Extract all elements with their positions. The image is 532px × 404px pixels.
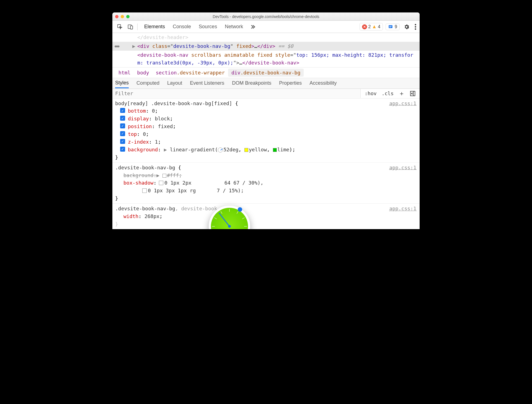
close-icon[interactable]: [115, 15, 118, 18]
traffic-lights: [115, 15, 130, 18]
property-checkbox[interactable]: [120, 123, 125, 128]
css-property[interactable]: top: 0;: [120, 130, 416, 138]
property-checkbox[interactable]: [120, 139, 125, 144]
minimize-icon[interactable]: [121, 15, 124, 18]
main-toolbar: Elements Console Sources Network ✕ 2 ▲ 4…: [112, 21, 420, 33]
expand-caret-icon[interactable]: ▶: [156, 172, 162, 178]
error-count: 2: [368, 24, 371, 29]
error-warning-pill[interactable]: ✕ 2 ▲ 4: [360, 23, 383, 30]
css-property[interactable]: width: 268px;: [120, 213, 416, 220]
tab-elements[interactable]: Elements: [144, 23, 165, 31]
dom-row[interactable]: <devsite-book-nav scrollbars animatable …: [112, 51, 420, 67]
css-property[interactable]: background: ▶ linear-gradient(52deg, yel…: [120, 146, 416, 154]
cls-button[interactable]: .cls: [381, 90, 395, 97]
maximize-icon[interactable]: [126, 15, 130, 18]
subtab-dom-breakpoints[interactable]: DOM Breakpoints: [232, 79, 271, 88]
expand-caret-icon[interactable]: ▶: [161, 147, 170, 152]
toolbar-right: ✕ 2 ▲ 4 9: [360, 23, 417, 31]
color-swatch-icon[interactable]: [273, 148, 277, 152]
more-tabs-icon[interactable]: [250, 24, 255, 30]
css-property[interactable]: position: fixed;: [120, 123, 416, 130]
tab-network[interactable]: Network: [225, 23, 243, 31]
dom-row[interactable]: </devsite-header>: [112, 33, 420, 42]
issues-count: 9: [395, 24, 397, 29]
breadcrumb-item-active[interactable]: div.devsite-book-nav-bg: [228, 69, 304, 77]
rule-selector[interactable]: body[ready] .devsite-book-nav-bg[fixed]: [115, 100, 232, 107]
svg-rect-4: [389, 26, 392, 27]
subtab-computed[interactable]: Computed: [136, 79, 159, 88]
expand-caret-icon[interactable]: ▶: [132, 42, 135, 50]
hov-button[interactable]: :hov: [363, 90, 378, 97]
css-property[interactable]: box-shadow: 0 1px 2px XXXXXXXXXX64 67 / …: [120, 179, 416, 195]
clock-face[interactable]: [211, 208, 248, 229]
property-checkbox[interactable]: [120, 131, 125, 136]
color-swatch-icon[interactable]: [162, 174, 166, 178]
rule-source-link[interactable]: app.css:1: [389, 100, 416, 107]
svg-rect-3: [389, 25, 392, 28]
styles-rules: body[ready] .devsite-book-nav-bg[fixed] …: [112, 99, 420, 229]
computed-toggle-icon[interactable]: [409, 90, 417, 97]
issues-pill[interactable]: 9: [386, 24, 400, 30]
inspect-icon[interactable]: [115, 23, 125, 31]
rule-selector[interactable]: .devsite-book-nav-bg: [115, 206, 175, 211]
panel-tabs: Elements Console Sources Network: [144, 23, 243, 31]
css-property[interactable]: z-index: 1;: [120, 138, 416, 146]
tab-console[interactable]: Console: [173, 23, 191, 31]
tab-sources[interactable]: Sources: [199, 23, 217, 31]
warning-count: 4: [378, 24, 380, 29]
breadcrumb-item[interactable]: body: [134, 69, 152, 77]
error-icon: ✕: [362, 24, 367, 29]
property-checkbox[interactable]: [120, 116, 125, 121]
shadow-swatch-icon[interactable]: [143, 189, 147, 193]
css-property[interactable]: display: block;: [120, 115, 416, 123]
window-title: DevTools - developers.google.com/web/too…: [112, 14, 420, 19]
device-toggle-icon[interactable]: [125, 23, 136, 31]
subtab-accessibility[interactable]: Accessibility: [309, 79, 337, 88]
svg-point-7: [415, 26, 416, 27]
toolbar-divider: [137, 24, 138, 30]
warning-icon: ▲: [372, 24, 377, 30]
style-rule[interactable]: .devsite-book-nav-bg, devsite-book-nav {…: [112, 204, 420, 229]
style-rule[interactable]: .devsite-book-nav-bg { app.css:1 backgro…: [112, 163, 420, 204]
svg-rect-2: [130, 26, 133, 29]
settings-icon[interactable]: [402, 23, 411, 31]
style-rule[interactable]: body[ready] .devsite-book-nav-bg[fixed] …: [112, 99, 420, 163]
svg-rect-5: [389, 27, 391, 27]
breadcrumb-item[interactable]: section.devsite-wrapper: [153, 69, 228, 77]
color-swatch-icon[interactable]: [244, 148, 248, 152]
styles-subtabs: Styles Computed Layout Event Listeners D…: [112, 78, 420, 89]
dom-row-selected[interactable]: ▶ <div class="devsite-book-nav-bg" fixed…: [112, 42, 420, 51]
breadcrumb-item[interactable]: html: [115, 69, 134, 77]
subtab-styles[interactable]: Styles: [115, 78, 129, 88]
issues-icon: [388, 24, 393, 29]
dom-tree[interactable]: </devsite-header> ▶ <div class="devsite-…: [112, 33, 420, 67]
subtab-event-listeners[interactable]: Event Listeners: [190, 79, 224, 88]
subtab-properties[interactable]: Properties: [279, 79, 302, 88]
property-checkbox[interactable]: [120, 147, 125, 152]
rule-selector[interactable]: .devsite-book-nav-bg: [115, 164, 175, 172]
shadow-swatch-icon[interactable]: [159, 181, 163, 185]
rule-source-link[interactable]: app.css:1: [389, 205, 416, 213]
devtools-window: DevTools - developers.google.com/web/too…: [112, 12, 420, 229]
kebab-menu-icon[interactable]: [414, 23, 417, 31]
css-property[interactable]: background:▶ #fff;: [120, 172, 416, 179]
css-property[interactable]: bottom: 0;: [120, 107, 416, 115]
svg-point-6: [415, 24, 416, 25]
titlebar: DevTools - developers.google.com/web/too…: [112, 12, 420, 21]
breadcrumb: html body section.devsite-wrapper div.de…: [112, 67, 420, 78]
subtab-layout[interactable]: Layout: [167, 79, 182, 88]
property-checkbox[interactable]: [120, 108, 125, 113]
new-rule-icon[interactable]: ＋: [397, 89, 406, 98]
clock-hand-knob[interactable]: [238, 207, 242, 212]
clock-hand[interactable]: [219, 213, 230, 227]
clock-center-icon: [228, 225, 231, 228]
rule-source-link[interactable]: app.css:1: [389, 164, 416, 172]
angle-swatch-icon[interactable]: [218, 147, 223, 152]
styles-filter-row: :hov .cls ＋: [112, 89, 420, 99]
styles-filter-input[interactable]: [112, 89, 361, 98]
svg-point-8: [415, 28, 416, 30]
